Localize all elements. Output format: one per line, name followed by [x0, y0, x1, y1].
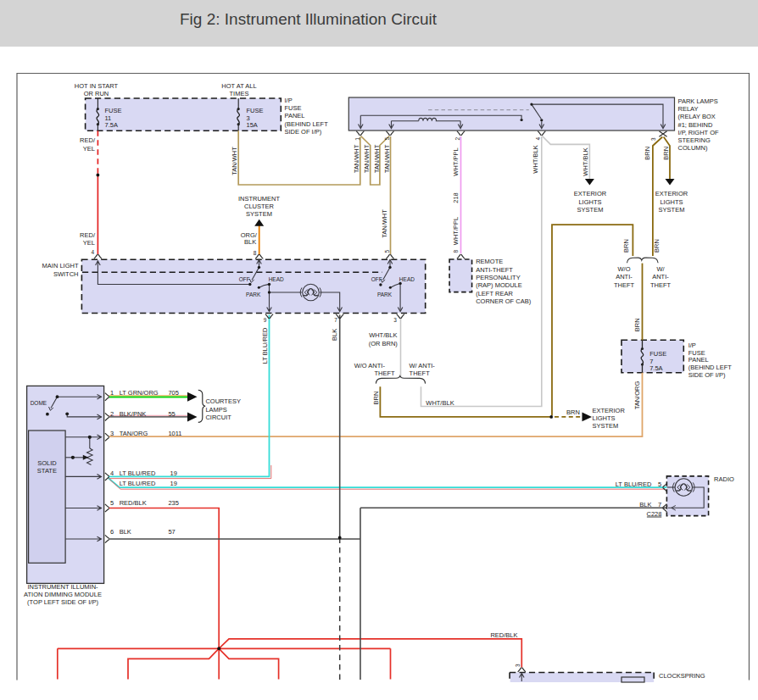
- svg-text:3: 3: [393, 317, 397, 323]
- svg-text:7.5A: 7.5A: [649, 364, 662, 372]
- svg-text:CLOCKSPRING: CLOCKSPRING: [659, 672, 705, 680]
- svg-text:I/P: I/P: [688, 342, 696, 349]
- svg-text:TAN/ORG: TAN/ORG: [633, 381, 641, 410]
- svg-text:I/P: I/P: [285, 97, 293, 104]
- svg-text:LIGHTS: LIGHTS: [660, 198, 683, 206]
- svg-text:TAN/WHT: TAN/WHT: [373, 144, 381, 173]
- svg-text:1011: 1011: [168, 430, 181, 437]
- svg-text:TAN/WHT: TAN/WHT: [383, 144, 391, 173]
- svg-text:MAIN LIGHT: MAIN LIGHT: [42, 262, 79, 269]
- svg-text:COURTESY: COURTESY: [205, 397, 241, 405]
- svg-text:REMOTE: REMOTE: [476, 258, 503, 265]
- svg-text:EXTERIOR: EXTERIOR: [655, 190, 688, 197]
- svg-text:RED/: RED/: [80, 136, 96, 144]
- svg-text:(BEHIND LEFT: (BEHIND LEFT: [285, 120, 329, 128]
- svg-text:RED/BLK: RED/BLK: [490, 631, 517, 639]
- svg-text:5: 5: [658, 481, 661, 488]
- svg-text:TAN/WHT: TAN/WHT: [231, 147, 238, 175]
- svg-text:SIDE OF I/P): SIDE OF I/P): [285, 128, 322, 136]
- svg-text:THEFT: THEFT: [650, 281, 672, 289]
- svg-text:LT BLU/RED: LT BLU/RED: [261, 327, 269, 364]
- svg-text:BRN: BRN: [622, 239, 630, 253]
- svg-text:PARK: PARK: [246, 292, 261, 297]
- svg-text:1: 1: [110, 389, 114, 397]
- svg-text:LT BLU/RED: LT BLU/RED: [120, 469, 156, 477]
- svg-text:7: 7: [658, 501, 661, 508]
- svg-text:#1; BEHIND: #1; BEHIND: [678, 121, 713, 129]
- svg-text:SOLID: SOLID: [37, 459, 57, 467]
- svg-text:WHT/PPL: WHT/PPL: [452, 147, 460, 175]
- svg-text:LT GRN/ORG: LT GRN/ORG: [120, 389, 159, 397]
- svg-text:BLK: BLK: [639, 501, 651, 508]
- svg-text:LIGHTS: LIGHTS: [578, 198, 601, 206]
- svg-text:PERSONALITY: PERSONALITY: [476, 274, 521, 281]
- svg-text:W/: W/: [656, 265, 665, 273]
- svg-text:5: 5: [384, 250, 390, 253]
- svg-text:STEERING: STEERING: [678, 136, 711, 144]
- svg-text:2: 2: [110, 410, 114, 418]
- svg-text:LIGHTS: LIGHTS: [593, 414, 616, 422]
- svg-text:FUSE: FUSE: [285, 104, 302, 112]
- svg-text:BRN: BRN: [644, 147, 651, 160]
- svg-text:7.5A: 7.5A: [105, 121, 118, 129]
- svg-text:(BEHIND LEFT: (BEHIND LEFT: [688, 364, 733, 371]
- svg-text:235: 235: [168, 499, 179, 507]
- svg-text:THEFT: THEFT: [375, 369, 396, 377]
- svg-text:CLUSTER: CLUSTER: [244, 203, 275, 210]
- svg-text:WHT/PPL: WHT/PPL: [452, 217, 460, 245]
- svg-text:HOT IN START: HOT IN START: [75, 82, 119, 90]
- svg-text:218: 218: [452, 192, 460, 203]
- svg-text:55: 55: [168, 410, 175, 418]
- svg-text:8: 8: [453, 250, 459, 253]
- svg-text:ANTI-: ANTI-: [616, 273, 633, 281]
- svg-text:ANTI-: ANTI-: [652, 273, 669, 281]
- svg-text:SWITCH: SWITCH: [53, 270, 79, 278]
- svg-text:3: 3: [650, 137, 656, 141]
- svg-text:THEFT: THEFT: [614, 281, 635, 289]
- svg-text:CORNER OF CAB): CORNER OF CAB): [476, 297, 532, 305]
- svg-text:TIMES: TIMES: [230, 90, 249, 97]
- svg-text:705: 705: [168, 389, 179, 397]
- svg-text:(RAP) MODULE: (RAP) MODULE: [476, 281, 522, 289]
- svg-text:3: 3: [110, 430, 114, 437]
- svg-text:9: 9: [264, 317, 267, 323]
- svg-text:SIDE OF I/P): SIDE OF I/P): [688, 371, 726, 379]
- svg-text:PANEL: PANEL: [285, 112, 305, 119]
- svg-text:(LEFT REAR: (LEFT REAR: [476, 290, 513, 297]
- svg-text:TAN/WHT: TAN/WHT: [363, 144, 371, 173]
- svg-text:HOT AT ALL: HOT AT ALL: [221, 82, 256, 90]
- svg-text:PARK: PARK: [377, 292, 393, 297]
- svg-text:5: 5: [110, 499, 114, 507]
- svg-text:YEL: YEL: [83, 239, 95, 247]
- svg-text:RED/BLK: RED/BLK: [120, 499, 147, 507]
- svg-text:(OR BRN): (OR BRN): [369, 340, 399, 347]
- svg-text:SYSTEM: SYSTEM: [577, 206, 604, 214]
- svg-text:(RELAY BOX: (RELAY BOX: [678, 113, 716, 120]
- svg-text:WHT/BLK: WHT/BLK: [532, 145, 539, 173]
- svg-text:SYSTEM: SYSTEM: [659, 206, 685, 214]
- svg-text:EXTERIOR: EXTERIOR: [574, 190, 607, 197]
- svg-text:7: 7: [334, 317, 337, 323]
- svg-text:THEFT: THEFT: [410, 369, 431, 377]
- svg-text:WHT/BLK: WHT/BLK: [426, 399, 454, 407]
- svg-text:ATION DIMMING MODULE: ATION DIMMING MODULE: [24, 591, 102, 598]
- svg-text:W/ ANTI-: W/ ANTI-: [409, 362, 435, 369]
- svg-text:1: 1: [354, 137, 360, 141]
- svg-text:BLK: BLK: [120, 528, 131, 536]
- svg-text:PARK LAMPS: PARK LAMPS: [678, 97, 718, 105]
- svg-text:19: 19: [170, 469, 177, 477]
- svg-text:5: 5: [384, 137, 390, 141]
- svg-text:INSTRUMENT: INSTRUMENT: [238, 195, 281, 203]
- svg-text:FUSE: FUSE: [688, 349, 705, 357]
- svg-text:W/O ANTI-: W/O ANTI-: [354, 362, 386, 369]
- svg-text:OFF: OFF: [239, 276, 250, 282]
- svg-text:STATE: STATE: [37, 467, 57, 475]
- svg-text:BRN: BRN: [634, 318, 642, 331]
- svg-text:4: 4: [110, 469, 114, 477]
- svg-text:BLK/PNK: BLK/PNK: [120, 410, 147, 418]
- svg-text:TAN/WHT: TAN/WHT: [353, 144, 360, 173]
- svg-text:BRN: BRN: [663, 147, 671, 160]
- svg-text:WHT/BLK: WHT/BLK: [369, 331, 397, 339]
- svg-text:BLK: BLK: [331, 329, 338, 341]
- svg-text:19: 19: [170, 480, 177, 487]
